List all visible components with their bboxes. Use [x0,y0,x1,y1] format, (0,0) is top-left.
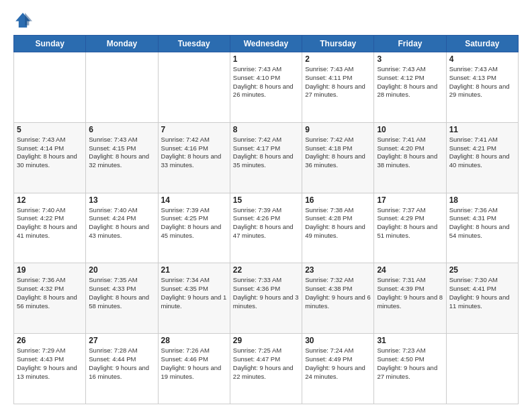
day-info: Sunrise: 7:26 AM Sunset: 4:46 PM Dayligh… [161,347,227,381]
calendar-week: 1Sunrise: 7:43 AM Sunset: 4:10 PM Daylig… [14,52,519,123]
day-number: 18 [449,195,515,205]
calendar-day: 29Sunrise: 7:25 AM Sunset: 4:47 PM Dayli… [230,334,302,404]
calendar-day: 12Sunrise: 7:40 AM Sunset: 4:22 PM Dayli… [14,193,86,263]
calendar-day: 6Sunrise: 7:43 AM Sunset: 4:15 PM Daylig… [86,122,158,193]
day-number: 11 [449,125,515,134]
calendar-day: 7Sunrise: 7:42 AM Sunset: 4:16 PM Daylig… [158,122,230,193]
day-number: 15 [233,195,299,205]
day-number: 27 [89,336,154,345]
day-number: 8 [233,125,299,134]
calendar-week: 12Sunrise: 7:40 AM Sunset: 4:22 PM Dayli… [14,193,519,263]
day-number: 25 [449,265,515,275]
calendar-day: 28Sunrise: 7:26 AM Sunset: 4:46 PM Dayli… [158,334,230,404]
day-info: Sunrise: 7:36 AM Sunset: 4:31 PM Dayligh… [449,206,515,240]
calendar-day: 14Sunrise: 7:39 AM Sunset: 4:25 PM Dayli… [158,193,230,263]
day-info: Sunrise: 7:40 AM Sunset: 4:22 PM Dayligh… [17,206,83,240]
calendar-week: 26Sunrise: 7:29 AM Sunset: 4:43 PM Dayli… [14,334,519,404]
page: SundayMondayTuesdayWednesdayThursdayFrid… [0,0,532,411]
day-info: Sunrise: 7:23 AM Sunset: 4:50 PM Dayligh… [377,347,443,381]
day-info: Sunrise: 7:34 AM Sunset: 4:35 PM Dayligh… [161,276,227,310]
day-number: 31 [377,336,443,345]
logo-icon [13,11,32,30]
weekday-header-cell: Thursday [302,36,374,52]
day-number: 14 [161,195,227,205]
weekday-header-cell: Wednesday [230,36,302,52]
day-number: 9 [305,125,371,134]
day-info: Sunrise: 7:25 AM Sunset: 4:47 PM Dayligh… [233,347,299,381]
day-info: Sunrise: 7:43 AM Sunset: 4:15 PM Dayligh… [89,136,154,170]
calendar-day: 16Sunrise: 7:38 AM Sunset: 4:28 PM Dayli… [302,193,374,263]
calendar-day: 20Sunrise: 7:35 AM Sunset: 4:33 PM Dayli… [86,263,158,334]
calendar-day [14,52,86,123]
day-number: 21 [161,265,227,275]
weekday-header-cell: Friday [374,36,446,52]
day-number: 17 [377,195,443,205]
day-number: 7 [161,125,227,134]
calendar-day: 4Sunrise: 7:43 AM Sunset: 4:13 PM Daylig… [446,52,518,123]
calendar-day: 13Sunrise: 7:40 AM Sunset: 4:24 PM Dayli… [86,193,158,263]
day-number: 2 [305,54,371,64]
calendar-day: 3Sunrise: 7:43 AM Sunset: 4:12 PM Daylig… [374,52,446,123]
calendar-day: 30Sunrise: 7:24 AM Sunset: 4:49 PM Dayli… [302,334,374,404]
day-info: Sunrise: 7:40 AM Sunset: 4:24 PM Dayligh… [89,206,154,240]
day-info: Sunrise: 7:30 AM Sunset: 4:41 PM Dayligh… [449,276,515,310]
day-number: 22 [233,265,299,275]
day-info: Sunrise: 7:28 AM Sunset: 4:44 PM Dayligh… [89,347,154,381]
day-number: 6 [89,125,154,134]
logo [13,11,35,30]
calendar-day: 15Sunrise: 7:39 AM Sunset: 4:26 PM Dayli… [230,193,302,263]
day-number: 12 [17,195,83,205]
calendar-day [86,52,158,123]
weekday-header: SundayMondayTuesdayWednesdayThursdayFrid… [14,36,519,52]
day-info: Sunrise: 7:42 AM Sunset: 4:17 PM Dayligh… [233,136,299,170]
calendar-day [158,52,230,123]
calendar-day: 25Sunrise: 7:30 AM Sunset: 4:41 PM Dayli… [446,263,518,334]
day-info: Sunrise: 7:43 AM Sunset: 4:11 PM Dayligh… [305,65,371,99]
day-info: Sunrise: 7:36 AM Sunset: 4:32 PM Dayligh… [17,276,83,310]
day-info: Sunrise: 7:35 AM Sunset: 4:33 PM Dayligh… [89,276,154,310]
day-number: 23 [305,265,371,275]
calendar-body: 1Sunrise: 7:43 AM Sunset: 4:10 PM Daylig… [14,52,519,404]
day-info: Sunrise: 7:43 AM Sunset: 4:12 PM Dayligh… [377,65,443,99]
calendar-day: 31Sunrise: 7:23 AM Sunset: 4:50 PM Dayli… [374,334,446,404]
day-number: 5 [17,125,83,134]
day-number: 26 [17,336,83,345]
day-number: 20 [89,265,154,275]
day-info: Sunrise: 7:41 AM Sunset: 4:21 PM Dayligh… [449,136,515,170]
day-info: Sunrise: 7:29 AM Sunset: 4:43 PM Dayligh… [17,347,83,381]
day-info: Sunrise: 7:43 AM Sunset: 4:10 PM Dayligh… [233,65,299,99]
day-info: Sunrise: 7:24 AM Sunset: 4:49 PM Dayligh… [305,347,371,381]
day-number: 16 [305,195,371,205]
calendar-day: 27Sunrise: 7:28 AM Sunset: 4:44 PM Dayli… [86,334,158,404]
weekday-header-cell: Sunday [14,36,86,52]
day-number: 30 [305,336,371,345]
day-info: Sunrise: 7:39 AM Sunset: 4:25 PM Dayligh… [161,206,227,240]
calendar-day: 2Sunrise: 7:43 AM Sunset: 4:11 PM Daylig… [302,52,374,123]
day-number: 4 [449,54,515,64]
calendar-day: 23Sunrise: 7:32 AM Sunset: 4:38 PM Dayli… [302,263,374,334]
calendar-day: 8Sunrise: 7:42 AM Sunset: 4:17 PM Daylig… [230,122,302,193]
calendar-week: 5Sunrise: 7:43 AM Sunset: 4:14 PM Daylig… [14,122,519,193]
day-number: 1 [233,54,299,64]
calendar-day: 19Sunrise: 7:36 AM Sunset: 4:32 PM Dayli… [14,263,86,334]
day-info: Sunrise: 7:42 AM Sunset: 4:18 PM Dayligh… [305,136,371,170]
weekday-header-cell: Saturday [446,36,518,52]
day-info: Sunrise: 7:43 AM Sunset: 4:13 PM Dayligh… [449,65,515,99]
calendar-week: 19Sunrise: 7:36 AM Sunset: 4:32 PM Dayli… [14,263,519,334]
day-info: Sunrise: 7:43 AM Sunset: 4:14 PM Dayligh… [17,136,83,170]
day-number: 3 [377,54,443,64]
header [13,11,519,30]
calendar-day: 17Sunrise: 7:37 AM Sunset: 4:29 PM Dayli… [374,193,446,263]
day-info: Sunrise: 7:39 AM Sunset: 4:26 PM Dayligh… [233,206,299,240]
calendar-day: 26Sunrise: 7:29 AM Sunset: 4:43 PM Dayli… [14,334,86,404]
calendar-day: 21Sunrise: 7:34 AM Sunset: 4:35 PM Dayli… [158,263,230,334]
day-number: 24 [377,265,443,275]
day-number: 19 [17,265,83,275]
weekday-header-cell: Tuesday [158,36,230,52]
day-info: Sunrise: 7:41 AM Sunset: 4:20 PM Dayligh… [377,136,443,170]
svg-marker-1 [25,13,32,26]
weekday-header-cell: Monday [86,36,158,52]
calendar-day: 5Sunrise: 7:43 AM Sunset: 4:14 PM Daylig… [14,122,86,193]
day-info: Sunrise: 7:42 AM Sunset: 4:16 PM Dayligh… [161,136,227,170]
day-info: Sunrise: 7:38 AM Sunset: 4:28 PM Dayligh… [305,206,371,240]
